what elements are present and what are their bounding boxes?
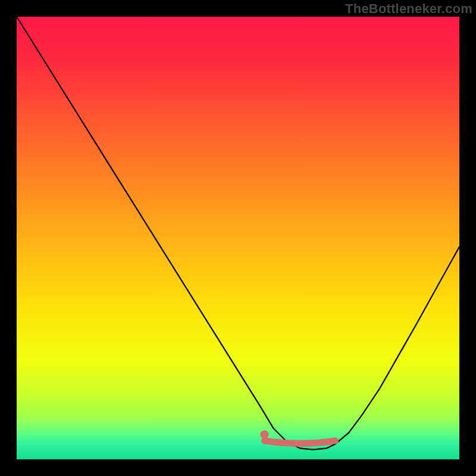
optimal-marker [261, 430, 269, 439]
chart-root: TheBottleneker.com [0, 0, 476, 476]
bottleneck-chart [0, 0, 476, 476]
optimal-segment [265, 441, 336, 444]
watermark-text: TheBottleneker.com [345, 1, 472, 17]
plot-background [17, 17, 459, 459]
